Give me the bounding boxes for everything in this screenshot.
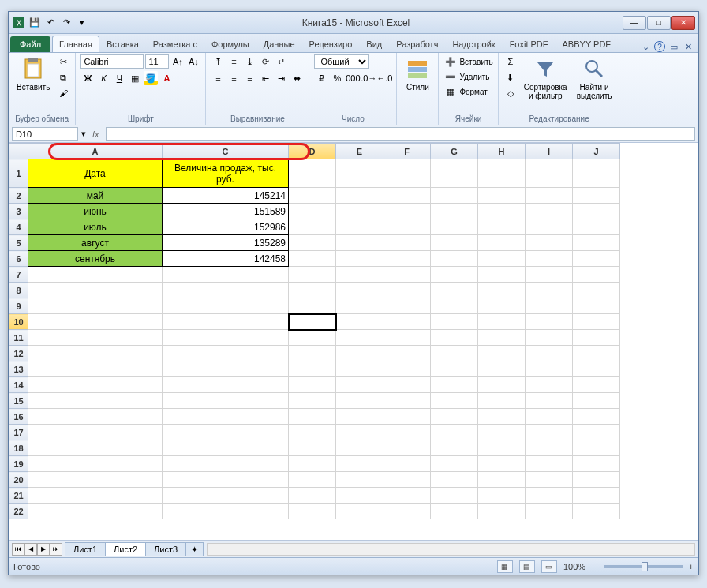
- column-header-H[interactable]: H: [478, 144, 526, 159]
- cell-C5[interactable]: 135289: [163, 235, 289, 251]
- cell-D4[interactable]: [289, 219, 336, 235]
- copy-icon[interactable]: ⧉: [56, 70, 70, 84]
- row-header-19[interactable]: 19: [9, 456, 28, 472]
- cell-G12[interactable]: [431, 346, 478, 361]
- row-header-18[interactable]: 18: [9, 440, 28, 456]
- zoom-slider[interactable]: [604, 565, 683, 568]
- cell-C18[interactable]: [163, 440, 289, 456]
- cell-I20[interactable]: [526, 472, 573, 488]
- cell-E13[interactable]: [336, 361, 383, 377]
- cell-F11[interactable]: [383, 330, 431, 346]
- sheet-tab-Лист1[interactable]: Лист1: [65, 542, 106, 556]
- window-restore-icon[interactable]: ▭: [668, 41, 679, 52]
- cell-D7[interactable]: [289, 267, 336, 283]
- cell-A19[interactable]: [28, 456, 163, 472]
- cell-I2[interactable]: [526, 188, 573, 204]
- cell-C19[interactable]: [163, 456, 289, 472]
- row-header-10[interactable]: 10: [9, 314, 28, 330]
- cut-icon[interactable]: ✂: [56, 54, 70, 69]
- cell-A1[interactable]: Дата: [28, 159, 163, 188]
- new-sheet-button[interactable]: ✦: [185, 542, 204, 556]
- cell-A22[interactable]: [28, 504, 163, 519]
- cell-F5[interactable]: [383, 235, 431, 251]
- cell-E1[interactable]: [336, 159, 383, 188]
- cell-G22[interactable]: [431, 504, 478, 519]
- help-icon[interactable]: ?: [654, 41, 665, 52]
- zoom-in-icon[interactable]: +: [689, 562, 694, 571]
- file-tab[interactable]: Файл: [10, 36, 50, 52]
- cell-H4[interactable]: [478, 219, 526, 235]
- cell-E4[interactable]: [336, 219, 383, 235]
- cell-F19[interactable]: [383, 456, 431, 472]
- cell-A10[interactable]: [28, 314, 163, 330]
- cell-H9[interactable]: [478, 298, 526, 314]
- cell-G1[interactable]: [431, 159, 478, 188]
- cell-C17[interactable]: [163, 425, 289, 440]
- styles-button[interactable]: Стили: [402, 54, 433, 93]
- cell-G15[interactable]: [431, 393, 478, 409]
- cell-C12[interactable]: [163, 346, 289, 361]
- row-header-16[interactable]: 16: [9, 409, 28, 425]
- cell-A18[interactable]: [28, 440, 163, 456]
- cell-F21[interactable]: [383, 488, 431, 504]
- cell-C14[interactable]: [163, 377, 289, 393]
- column-header-G[interactable]: G: [431, 144, 478, 159]
- border-icon[interactable]: ▦: [128, 71, 142, 85]
- cell-J2[interactable]: [573, 188, 620, 204]
- cell-D11[interactable]: [289, 330, 336, 346]
- column-header-I[interactable]: I: [526, 144, 573, 159]
- cell-H11[interactable]: [478, 330, 526, 346]
- cell-A21[interactable]: [28, 488, 163, 504]
- cell-E7[interactable]: [336, 267, 383, 283]
- cell-C7[interactable]: [163, 267, 289, 283]
- align-middle-icon[interactable]: ≡: [226, 54, 241, 69]
- cell-H21[interactable]: [478, 488, 526, 504]
- formula-input[interactable]: [106, 127, 695, 141]
- cell-C2[interactable]: 145214: [163, 188, 289, 204]
- cell-A12[interactable]: [28, 346, 163, 361]
- cell-H3[interactable]: [478, 204, 526, 219]
- cell-H22[interactable]: [478, 504, 526, 519]
- cell-G10[interactable]: [431, 314, 478, 330]
- sheet-next-icon[interactable]: ▶: [37, 543, 50, 556]
- align-left-icon[interactable]: ≡: [211, 71, 225, 85]
- cell-G9[interactable]: [431, 298, 478, 314]
- increase-indent-icon[interactable]: ⇥: [274, 71, 288, 85]
- row-header-13[interactable]: 13: [9, 361, 28, 377]
- cell-C6[interactable]: 142458: [163, 251, 289, 267]
- cell-J15[interactable]: [573, 393, 620, 409]
- italic-icon[interactable]: К: [96, 71, 110, 85]
- cell-D1[interactable]: [289, 159, 336, 188]
- cell-C20[interactable]: [163, 472, 289, 488]
- ribbon-tab-7[interactable]: Разработч: [389, 36, 445, 52]
- cell-I22[interactable]: [526, 504, 573, 519]
- cell-F16[interactable]: [383, 409, 431, 425]
- cell-D18[interactable]: [289, 440, 336, 456]
- cell-I9[interactable]: [526, 298, 573, 314]
- autosum-icon[interactable]: Σ: [503, 54, 518, 69]
- cell-H19[interactable]: [478, 456, 526, 472]
- cell-H17[interactable]: [478, 425, 526, 440]
- horizontal-scrollbar[interactable]: [207, 543, 695, 556]
- cell-J7[interactable]: [573, 267, 620, 283]
- cell-A11[interactable]: [28, 330, 163, 346]
- cell-G17[interactable]: [431, 425, 478, 440]
- cell-I10[interactable]: [526, 314, 573, 330]
- cell-G19[interactable]: [431, 456, 478, 472]
- cell-H6[interactable]: [478, 251, 526, 267]
- ribbon-tab-9[interactable]: Foxit PDF: [503, 36, 556, 52]
- select-all-corner[interactable]: [9, 144, 28, 159]
- sheet-tab-Лист3[interactable]: Лист3: [145, 542, 186, 556]
- cell-A4[interactable]: июль: [28, 219, 163, 235]
- ribbon-tab-0[interactable]: Главная: [52, 36, 99, 52]
- cell-D17[interactable]: [289, 425, 336, 440]
- ribbon-tab-5[interactable]: Рецензиро: [302, 36, 360, 52]
- cell-G20[interactable]: [431, 472, 478, 488]
- cell-H13[interactable]: [478, 361, 526, 377]
- cell-J18[interactable]: [573, 440, 620, 456]
- cell-E11[interactable]: [336, 330, 383, 346]
- cell-A13[interactable]: [28, 361, 163, 377]
- cell-E22[interactable]: [336, 504, 383, 519]
- fill-icon[interactable]: ⬇: [503, 70, 518, 84]
- row-header-14[interactable]: 14: [9, 377, 28, 393]
